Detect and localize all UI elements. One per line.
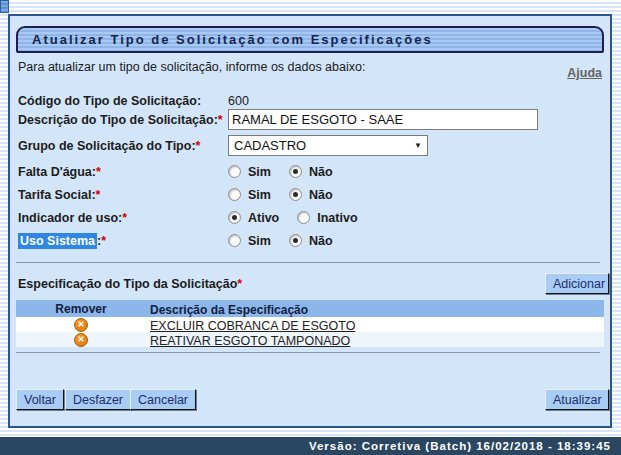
indicador-uso-inativo-label: Inativo: [317, 211, 357, 225]
voltar-button[interactable]: Voltar: [16, 389, 64, 410]
indicador-uso-ativo-label: Ativo: [248, 211, 279, 225]
falta-dagua-row: Falta D'água:* Sim Não: [18, 161, 602, 182]
uso-sistema-sim-radio[interactable]: [228, 234, 241, 247]
column-header-remover: Remover: [55, 302, 106, 316]
status-bar: Versão: Corretiva (Batch) 16/02/2018 - 1…: [0, 437, 621, 455]
descricao-label: Descrição do Tipo de Solicitação:*: [18, 113, 228, 127]
form-panel: Atualizar Tipo de Solicitação com Especi…: [8, 14, 612, 428]
grupo-selected-value: CADASTRO: [234, 138, 306, 153]
descricao-input[interactable]: [228, 109, 538, 130]
grupo-row: Grupo de Solicitação do Tipo:* CADASTRO …: [18, 135, 602, 156]
remove-spec-icon[interactable]: ✕: [74, 318, 88, 332]
indicador-uso-row: Indicador de uso:* Ativo Inativo: [18, 207, 602, 228]
atualizar-button[interactable]: Atualizar: [545, 389, 609, 410]
indicador-uso-inativo-radio[interactable]: [297, 211, 310, 224]
indicador-uso-label: Indicador de uso:*: [18, 211, 228, 225]
required-mark: *: [196, 139, 201, 153]
spec-section-title: Especificação do Tipo da Solicitação*: [18, 277, 242, 291]
codigo-label: Código do Tipo de Solicitação:: [18, 94, 228, 108]
required-mark: *: [96, 165, 101, 179]
uso-sistema-sim-label: Sim: [248, 234, 271, 248]
page-title: Atualizar Tipo de Solicitação com Especi…: [32, 32, 433, 47]
codigo-row: Código do Tipo de Solicitação: 600: [18, 90, 602, 111]
spec-table-header: Remover Descrição da Especificação: [16, 300, 604, 317]
footer-divider: [16, 352, 600, 353]
help-link[interactable]: Ajuda: [567, 66, 602, 80]
falta-dagua-nao-label: Não: [309, 165, 333, 179]
falta-dagua-sim-label: Sim: [248, 165, 271, 179]
falta-dagua-radio-group: Sim Não: [228, 165, 333, 179]
codigo-value: 600: [228, 94, 249, 108]
grupo-label: Grupo de Solicitação do Tipo:*: [18, 139, 228, 153]
tarifa-social-row: Tarifa Social:* Sim Não: [18, 184, 602, 205]
intro-text: Para atualizar um tipo de solicitação, i…: [18, 60, 365, 74]
uso-sistema-highlighted-text: Uso Sistema: [18, 233, 97, 249]
column-header-descricao: Descrição da Especificação: [150, 303, 308, 317]
falta-dagua-sim-radio[interactable]: [228, 165, 241, 178]
spec-table: Remover Descrição da Especificação ✕ EXC…: [16, 300, 604, 347]
spec-link[interactable]: REATIVAR ESGOTO TAMPONADO: [150, 334, 350, 348]
falta-dagua-nao-radio[interactable]: [289, 165, 302, 178]
cancelar-button[interactable]: Cancelar: [130, 389, 196, 410]
falta-dagua-label: Falta D'água:*: [18, 165, 228, 179]
indicador-uso-radio-group: Ativo Inativo: [228, 211, 358, 225]
required-mark: *: [122, 211, 127, 225]
tarifa-social-sim-label: Sim: [248, 188, 271, 202]
tarifa-social-label: Tarifa Social:*: [18, 188, 228, 202]
uso-sistema-row: Uso Sistema:* Sim Não: [18, 230, 602, 251]
frame-corner: [0, 0, 9, 13]
indicador-uso-ativo-radio[interactable]: [228, 211, 241, 224]
uso-sistema-label: Uso Sistema:*: [18, 234, 228, 248]
required-mark: *: [218, 113, 223, 127]
page-title-bar: Atualizar Tipo de Solicitação com Especi…: [16, 26, 604, 53]
table-row: ✕ REATIVAR ESGOTO TAMPONADO: [16, 332, 604, 347]
grupo-select[interactable]: CADASTRO ▼: [228, 135, 428, 156]
tarifa-social-nao-label: Não: [309, 188, 333, 202]
tarifa-social-sim-radio[interactable]: [228, 188, 241, 201]
uso-sistema-nao-radio[interactable]: [289, 234, 302, 247]
chevron-down-icon: ▼: [414, 141, 422, 150]
tarifa-social-nao-radio[interactable]: [289, 188, 302, 201]
adicionar-button[interactable]: Adicionar: [545, 273, 609, 294]
required-mark: *: [96, 188, 101, 202]
section-divider: [16, 262, 600, 263]
descricao-row: Descrição do Tipo de Solicitação:*: [18, 109, 602, 130]
required-mark: *: [237, 277, 242, 291]
remove-spec-icon[interactable]: ✕: [74, 333, 88, 347]
version-text: Versão: Corretiva (Batch) 16/02/2018 - 1…: [309, 440, 611, 452]
required-mark: *: [101, 234, 106, 248]
desfazer-button[interactable]: Desfazer: [65, 389, 131, 410]
tarifa-social-radio-group: Sim Não: [228, 188, 333, 202]
uso-sistema-radio-group: Sim Não: [228, 234, 333, 248]
uso-sistema-nao-label: Não: [309, 234, 333, 248]
